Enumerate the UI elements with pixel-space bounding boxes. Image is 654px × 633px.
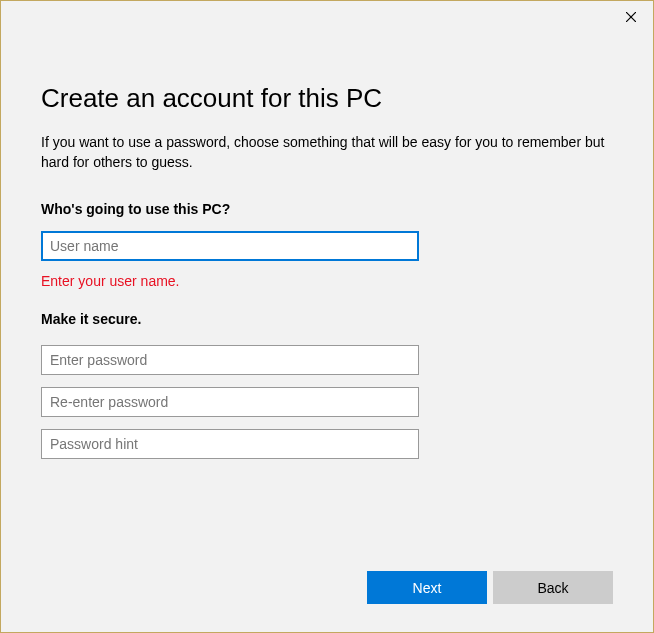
page-title: Create an account for this PC xyxy=(41,83,613,114)
close-button[interactable] xyxy=(608,1,653,33)
username-error: Enter your user name. xyxy=(41,273,613,289)
secure-section-label: Make it secure. xyxy=(41,311,613,327)
button-bar: Next Back xyxy=(367,571,613,604)
password-hint-field[interactable] xyxy=(41,429,419,459)
back-button[interactable]: Back xyxy=(493,571,613,604)
reenter-password-field[interactable] xyxy=(41,387,419,417)
next-button[interactable]: Next xyxy=(367,571,487,604)
user-section-label: Who's going to use this PC? xyxy=(41,201,613,217)
username-field[interactable] xyxy=(41,231,419,261)
close-icon xyxy=(626,12,636,22)
password-field[interactable] xyxy=(41,345,419,375)
titlebar xyxy=(1,1,653,33)
content-area: Create an account for this PC If you wan… xyxy=(1,33,653,459)
page-description: If you want to use a password, choose so… xyxy=(41,132,613,173)
